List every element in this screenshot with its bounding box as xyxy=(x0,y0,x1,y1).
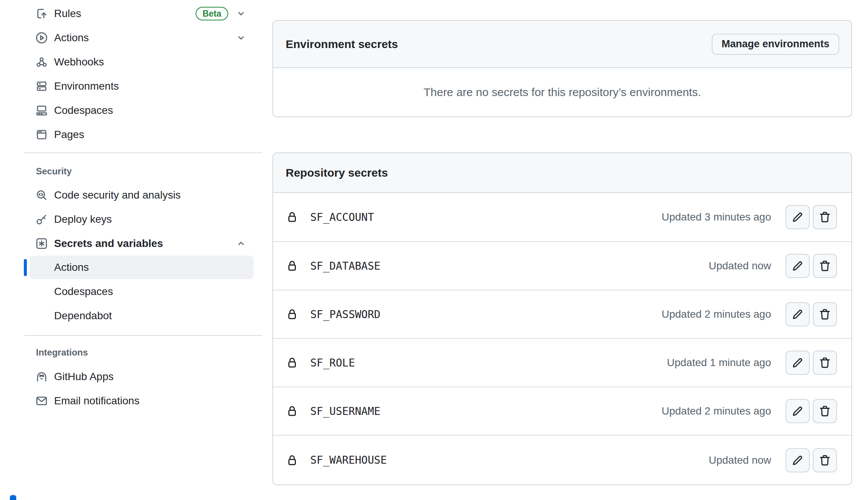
trash-icon xyxy=(818,453,832,467)
pencil-icon xyxy=(791,404,804,418)
delete-secret-button[interactable] xyxy=(813,448,837,472)
sidebar-section-security: Security xyxy=(24,166,263,177)
play-icon xyxy=(35,31,48,44)
sidebar-item-email-notifications[interactable]: Email notifications xyxy=(24,389,263,413)
environment-secrets-title: Environment secrets xyxy=(286,38,398,51)
sidebar-item-label: Pages xyxy=(54,129,84,140)
secret-name: SF_PASSWORD xyxy=(310,308,380,321)
secret-row: SF_WAREHOUSE Updated now xyxy=(273,435,851,484)
sidebar-item-label: GitHub Apps xyxy=(54,371,114,382)
secret-updated-label: Updated 2 minutes ago xyxy=(661,405,771,417)
trash-icon xyxy=(818,404,832,418)
secret-row: SF_PASSWORD Updated 2 minutes ago xyxy=(273,290,851,338)
pencil-icon xyxy=(791,453,804,467)
secret-updated-label: Updated now xyxy=(709,454,771,466)
delete-secret-button[interactable] xyxy=(813,399,837,423)
chevron-down-icon xyxy=(236,9,246,19)
secret-row: SF_ACCOUNT Updated 3 minutes ago xyxy=(273,193,851,241)
mail-icon xyxy=(35,394,48,407)
secret-updated-label: Updated 1 minute ago xyxy=(667,357,771,369)
sidebar-item-webhooks[interactable]: Webhooks xyxy=(24,50,263,74)
pencil-icon xyxy=(791,356,804,370)
repository-secrets-box: Repository secrets SF_ACCOUNT Updated 3 … xyxy=(272,152,852,485)
secret-row: SF_DATABASE Updated now xyxy=(273,241,851,290)
repository-secrets-title: Repository secrets xyxy=(286,166,388,179)
secret-name: SF_ROLE xyxy=(310,357,355,369)
chevron-down-icon xyxy=(236,33,246,43)
chevron-up-icon xyxy=(236,239,246,248)
sidebar-item-label: Codespaces xyxy=(54,105,113,116)
sidebar-item-secrets-and-variables[interactable]: Secrets and variables xyxy=(24,231,263,256)
environment-secrets-empty-state: There are no secrets for this repository… xyxy=(273,68,851,116)
secret-updated-label: Updated 2 minutes ago xyxy=(661,308,771,320)
edit-secret-button[interactable] xyxy=(786,448,810,472)
github-repo-settings-secrets-page: Rules Beta Actions xyxy=(0,0,868,500)
delete-secret-button[interactable] xyxy=(813,302,837,326)
hubot-icon xyxy=(35,370,48,383)
sidebar-divider xyxy=(25,335,262,336)
sidebar-subitem-actions[interactable]: Actions xyxy=(30,256,254,279)
key-icon xyxy=(35,213,48,226)
trash-icon xyxy=(818,356,832,370)
lock-icon xyxy=(286,405,299,418)
sidebar-item-code-security[interactable]: Code security and analysis xyxy=(24,183,263,207)
browser-icon xyxy=(35,128,48,141)
lock-icon xyxy=(286,356,299,369)
secret-updated-label: Updated 3 minutes ago xyxy=(661,211,771,223)
secret-name: SF_WAREHOUSE xyxy=(310,454,387,466)
key-asterisk-icon xyxy=(35,237,48,250)
delete-secret-button[interactable] xyxy=(813,254,837,278)
sidebar-subitem-codespaces[interactable]: Codespaces xyxy=(30,280,254,303)
secret-name: SF_DATABASE xyxy=(310,260,380,272)
pencil-icon xyxy=(791,259,804,273)
sidebar-item-label: Email notifications xyxy=(54,396,140,406)
delete-secret-button[interactable] xyxy=(813,351,837,375)
trash-icon xyxy=(818,210,832,224)
sidebar-item-deploy-keys[interactable]: Deploy keys xyxy=(24,207,263,231)
webhook-icon xyxy=(35,56,48,68)
sidebar-item-label: Rules xyxy=(54,8,81,19)
server-icon xyxy=(35,80,48,93)
lock-icon xyxy=(286,259,299,272)
sidebar-divider xyxy=(25,152,262,153)
lock-icon xyxy=(286,211,299,224)
secret-name: SF_ACCOUNT xyxy=(310,211,374,224)
edit-secret-button[interactable] xyxy=(786,399,810,423)
beta-badge: Beta xyxy=(196,7,228,20)
pencil-icon xyxy=(791,307,804,321)
sidebar-section-integrations: Integrations xyxy=(24,347,263,358)
manage-environments-button[interactable]: Manage environments xyxy=(712,34,839,55)
trash-icon xyxy=(818,307,832,321)
sidebar-item-environments[interactable]: Environments xyxy=(24,74,263,98)
sidebar-item-label: Code security and analysis xyxy=(54,190,181,200)
delete-secret-button[interactable] xyxy=(813,205,837,229)
repository-secrets-header: Repository secrets xyxy=(273,153,851,193)
sidebar-subitem-dependabot[interactable]: Dependabot xyxy=(30,304,254,328)
codescan-icon xyxy=(35,189,48,202)
edit-secret-button[interactable] xyxy=(786,254,810,278)
sidebar-item-rules[interactable]: Rules Beta xyxy=(24,2,263,26)
secret-name: SF_USERNAME xyxy=(310,405,380,418)
secret-updated-label: Updated now xyxy=(709,260,771,272)
sidebar-item-pages[interactable]: Pages xyxy=(24,123,263,147)
trash-icon xyxy=(818,259,832,273)
sidebar-item-codespaces[interactable]: Codespaces xyxy=(24,98,263,123)
sidebar-item-label: Deploy keys xyxy=(54,214,112,225)
secret-row: SF_USERNAME Updated 2 minutes ago xyxy=(273,387,851,435)
codespaces-icon xyxy=(35,104,48,117)
empty-state-message: There are no secrets for this repository… xyxy=(423,86,701,99)
lock-icon xyxy=(286,454,299,467)
environment-secrets-header: Environment secrets Manage environments xyxy=(273,21,851,68)
sidebar-item-actions[interactable]: Actions xyxy=(24,26,263,50)
sidebar-item-label: Environments xyxy=(54,81,119,92)
settings-sidebar: Rules Beta Actions xyxy=(24,0,263,413)
secret-row: SF_ROLE Updated 1 minute ago xyxy=(273,338,851,387)
edit-secret-button[interactable] xyxy=(786,205,810,229)
edit-secret-button[interactable] xyxy=(786,351,810,375)
sidebar-item-label: Webhooks xyxy=(54,57,104,67)
edit-secret-button[interactable] xyxy=(786,302,810,326)
sidebar-item-github-apps[interactable]: GitHub Apps xyxy=(24,365,263,389)
rules-icon xyxy=(35,7,48,20)
partial-scrolled-element xyxy=(10,495,16,500)
sidebar-item-label: Actions xyxy=(54,33,89,43)
